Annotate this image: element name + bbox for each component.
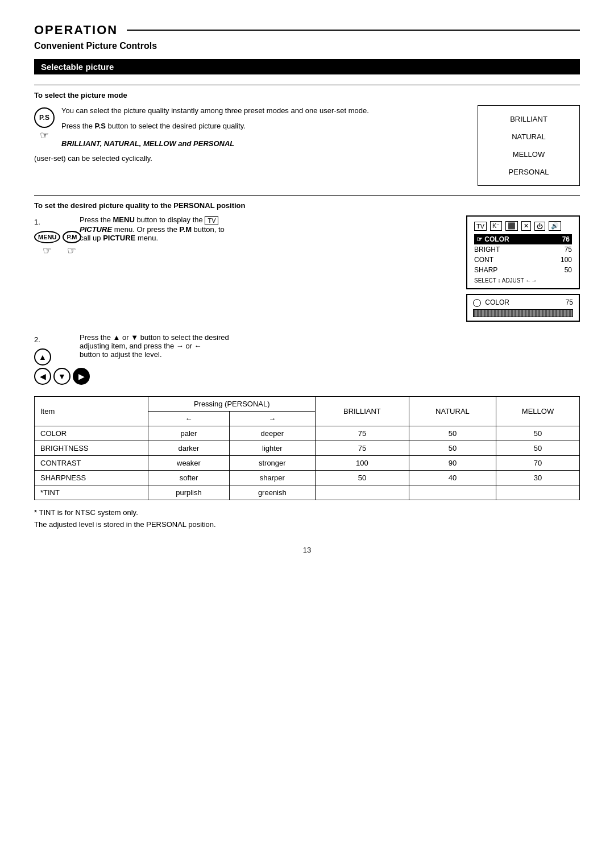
- row-left: softer: [148, 470, 229, 485]
- row-natural: 90: [409, 455, 496, 470]
- pm-button-icon: P.M: [63, 231, 81, 243]
- row-item: CONTRAST: [35, 455, 148, 470]
- ps-icon-group: P.S ☞: [34, 107, 55, 142]
- osd-bright-row: BRIGHT 75: [474, 244, 572, 255]
- osd-cont-label: CONT: [474, 256, 493, 264]
- subsection1-left: P.S ☞ You can select the picture quality…: [34, 105, 449, 186]
- row-brilliant: 75: [316, 426, 409, 441]
- col-right-arrow: →: [229, 411, 316, 426]
- ps-button: P.S: [34, 107, 55, 128]
- modes-line: BRILLIANT, NATURAL, MELLOW and PERSONAL: [34, 138, 449, 150]
- divider2: [34, 195, 580, 196]
- row-left: darker: [148, 441, 229, 455]
- row-right: stronger: [229, 455, 316, 470]
- osd-color-row: ☞ COLOR 76: [474, 234, 572, 244]
- row-mellow: 50: [496, 441, 580, 455]
- footnote1: * TINT is for NTSC system only.: [34, 508, 580, 517]
- step2-icon-group: ▲ ◀ ▼ ▶: [34, 348, 80, 385]
- osd-icon-k: K⁻: [490, 221, 502, 231]
- row-brilliant: 75: [316, 441, 409, 455]
- row-item: *TINT: [35, 485, 148, 500]
- row-brilliant: 100: [316, 455, 409, 470]
- subsection1-label: To select the picture mode: [34, 91, 580, 99]
- footnote2-text: The adjusted level is stored in the PERS…: [34, 520, 216, 529]
- step1-row: 1. MENU ☞ P.M ☞ Press the MENU button to…: [34, 215, 580, 322]
- picture-quality-table: Item Pressing (PERSONAL) BRILLIANT NATUR…: [34, 396, 580, 500]
- table-section: Item Pressing (PERSONAL) BRILLIANT NATUR…: [34, 396, 580, 500]
- step2-text: Press the ▲ or ▼ button to select the de…: [80, 333, 455, 359]
- row-brilliant: 50: [316, 470, 409, 485]
- osd-sharp-label: SHARP: [474, 266, 497, 274]
- section-title: Convenient Picture Controls: [34, 41, 580, 51]
- row-item: BRIGHTNESS: [35, 441, 148, 455]
- hand-icon-menu: ☞: [43, 244, 52, 257]
- modes-note: (user-set) can be selected cyclically.: [34, 153, 449, 165]
- osd-sharp-row: SHARP 50: [474, 265, 572, 275]
- color-bar-value: 75: [566, 298, 573, 307]
- osd-icons-row: TV K⁻ ⬛ ✕ ⏻ 🔊: [474, 221, 572, 231]
- step2-row: 2. ▲ ◀ ▼ ▶ Press the ▲ or ▼ button to se…: [34, 333, 580, 385]
- step2-desc: Press the ▲ or ▼ button to select the de…: [80, 333, 455, 359]
- col-item: Item: [35, 396, 148, 426]
- row-brilliant: [316, 485, 409, 500]
- osd-icon-tv: TV: [474, 222, 487, 231]
- row-right: lighter: [229, 441, 316, 455]
- color-bar-label-row: COLOR 75: [473, 298, 573, 307]
- osd-color-label: ☞ COLOR: [476, 235, 509, 243]
- col-natural: NATURAL: [409, 396, 496, 426]
- row-right: greenish: [229, 485, 316, 500]
- osd-icon-m: ⬛: [505, 221, 518, 231]
- mode-personal: PERSONAL: [478, 163, 579, 181]
- col-brilliant: BRILLIANT: [316, 396, 409, 426]
- table-row: BRIGHTNESS darker lighter 75 50 50: [35, 441, 580, 455]
- ps-desc1: You can select the picture quality insta…: [34, 105, 449, 117]
- subsection1-content: P.S ☞ You can select the picture quality…: [34, 105, 580, 186]
- menu-button-icon: MENU: [34, 231, 60, 243]
- step1-desc: Press the MENU button to display the TV …: [80, 215, 455, 242]
- osd-icon-q: 🔊: [549, 221, 561, 231]
- step1-osd: TV K⁻ ⬛ ✕ ⏻ 🔊 ☞ COLOR 76 BRIGHT 75 CONT …: [455, 215, 580, 322]
- osd-icon-d: ⏻: [534, 222, 545, 231]
- hand-icon-pm: ☞: [67, 244, 76, 257]
- modes-label: BRILLIANT, NATURAL, MELLOW and PERSONAL: [61, 139, 234, 148]
- mode-brilliant: BRILLIANT: [478, 110, 579, 128]
- ps-section: P.S ☞ You can select the picture quality…: [34, 105, 449, 168]
- col-left-arrow: ←: [148, 411, 229, 426]
- picture-mode-box: BRILLIANT NATURAL MELLOW PERSONAL: [478, 105, 580, 186]
- color-bar-track: [473, 309, 573, 317]
- subsection1-right: BRILLIANT NATURAL MELLOW PERSONAL: [460, 105, 580, 186]
- left-arrow-circle: ◀: [34, 368, 51, 385]
- hand-icon: ☞: [40, 129, 49, 142]
- table-row: COLOR paler deeper 75 50 50: [35, 426, 580, 441]
- color-bar-box: COLOR 75: [466, 294, 580, 322]
- row-left: weaker: [148, 455, 229, 470]
- down-arrow-circle: ▼: [53, 368, 70, 385]
- subsection2-label: To set the desired picture quality to th…: [34, 201, 580, 210]
- section-bar: Selectable picture: [34, 59, 580, 74]
- mode-natural: NATURAL: [478, 128, 579, 146]
- table-row: CONTRAST weaker stronger 100 90 70: [35, 455, 580, 470]
- table-header-row: Item Pressing (PERSONAL) BRILLIANT NATUR…: [35, 396, 580, 411]
- footnote2: The adjusted level is stored in the PERS…: [34, 520, 580, 529]
- ps-description: You can select the picture quality insta…: [34, 105, 449, 165]
- operation-heading: OPERATION: [34, 23, 580, 38]
- row-natural: 40: [409, 470, 496, 485]
- osd-color-value: 76: [562, 235, 570, 243]
- heading-line: [127, 30, 580, 31]
- tv-icon: TV: [205, 216, 218, 225]
- color-circle-icon: [473, 299, 481, 307]
- table-row: *TINT purplish greenish: [35, 485, 580, 500]
- step1-number: 1.: [34, 218, 80, 226]
- step1-text: Press the MENU button to display the TV …: [80, 215, 455, 242]
- osd-icon-x: ✕: [521, 221, 531, 231]
- step2-icons: 2. ▲ ◀ ▼ ▶: [34, 333, 80, 385]
- osd-bright-label: BRIGHT: [474, 246, 500, 254]
- osd-hint: SELECT ↕ ADJUST ←→: [474, 277, 572, 284]
- color-bar-text: COLOR: [485, 298, 509, 306]
- table-row: SHARPNESS softer sharper 50 40 30: [35, 470, 580, 485]
- row-natural: 50: [409, 441, 496, 455]
- row-mellow: 50: [496, 426, 580, 441]
- right-arrow-circle: ▶: [73, 368, 90, 385]
- osd-bright-value: 75: [565, 246, 572, 254]
- row-left: paler: [148, 426, 229, 441]
